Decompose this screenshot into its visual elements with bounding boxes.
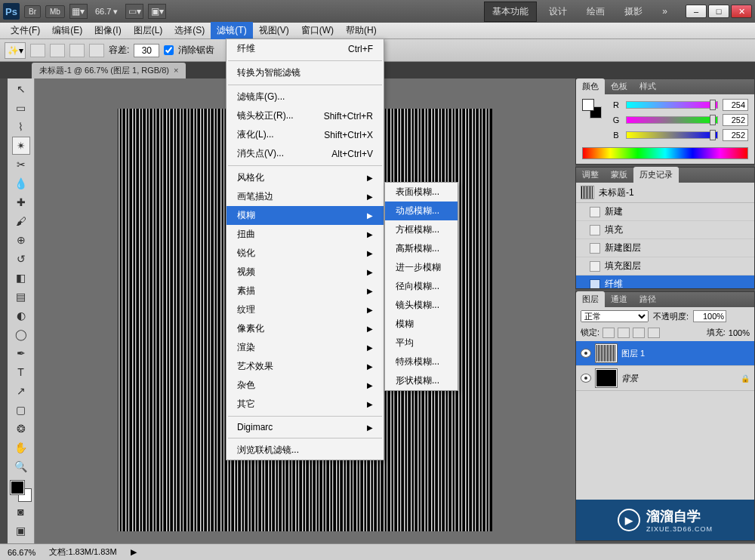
- history-snapshot[interactable]: 未标题-1: [576, 183, 754, 203]
- selection-add-icon[interactable]: [50, 44, 65, 57]
- document-tab-close-icon[interactable]: ×: [174, 66, 178, 75]
- menu-filter[interactable]: 滤镜(T): [211, 22, 252, 39]
- path-tool-icon[interactable]: ↗: [12, 382, 30, 400]
- heal-tool-icon[interactable]: ✚: [12, 193, 30, 211]
- blur-gaussian[interactable]: 高斯模糊...: [385, 239, 458, 258]
- lasso-tool-icon[interactable]: ⌇: [12, 118, 30, 136]
- filter-liquify[interactable]: 液化(L)...Shift+Ctrl+X: [226, 125, 384, 144]
- menu-help[interactable]: 帮助(H): [340, 22, 383, 39]
- b-slider[interactable]: [626, 131, 718, 139]
- workspace-tab-painting[interactable]: 绘画: [579, 2, 612, 21]
- status-doc-info[interactable]: 文档:1.83M/1.83M: [49, 546, 116, 558]
- view-extras-icon[interactable]: ▦▾: [69, 4, 88, 19]
- screen-mode-icon[interactable]: ▣▾: [148, 4, 166, 19]
- stamp-tool-icon[interactable]: ⊕: [12, 231, 30, 249]
- filter-digimarc[interactable]: Digimarc▶: [226, 419, 384, 435]
- blur-lens[interactable]: 镜头模糊...: [385, 296, 458, 315]
- tolerance-input[interactable]: [134, 44, 159, 57]
- pen-tool-icon[interactable]: ✒: [12, 344, 30, 362]
- document-tab[interactable]: 未标题-1 @ 66.7% (图层 1, RGB/8) ×: [32, 63, 186, 78]
- b-input[interactable]: [723, 129, 748, 141]
- layer-thumbnail[interactable]: [596, 369, 617, 387]
- filter-lens-correction[interactable]: 镜头校正(R)...Shift+Ctrl+R: [226, 106, 384, 125]
- menu-view[interactable]: 视图(V): [253, 22, 295, 39]
- blur-shape[interactable]: 形状模糊...: [385, 371, 458, 390]
- g-slider[interactable]: [626, 116, 718, 124]
- blur-tool-icon[interactable]: ◐: [12, 306, 30, 325]
- tab-channels[interactable]: 通道: [605, 291, 633, 307]
- filter-gallery[interactable]: 滤镜库(G)...: [226, 88, 384, 106]
- move-tool-icon[interactable]: ↖: [12, 80, 30, 98]
- history-item[interactable]: 填充: [576, 221, 754, 239]
- opacity-input[interactable]: 100%: [693, 310, 726, 322]
- anti-alias-checkbox[interactable]: [164, 45, 174, 55]
- eraser-tool-icon[interactable]: ◧: [12, 269, 30, 287]
- filter-blur[interactable]: 模糊▶: [226, 206, 384, 225]
- lock-all-icon[interactable]: [648, 328, 660, 338]
- blur-radial[interactable]: 径向模糊...: [385, 277, 458, 296]
- filter-noise[interactable]: 杂色▶: [226, 376, 384, 395]
- history-item[interactable]: 纤维: [576, 275, 754, 288]
- blur-blur[interactable]: 模糊: [385, 315, 458, 334]
- foreground-color-swatch[interactable]: [11, 481, 24, 494]
- workspace-tab-design[interactable]: 设计: [541, 2, 575, 21]
- filter-texture[interactable]: 纹理▶: [226, 300, 384, 319]
- layer-row[interactable]: 图层 1: [576, 341, 754, 366]
- history-item[interactable]: 新建: [576, 203, 754, 221]
- marquee-tool-icon[interactable]: ▭: [12, 99, 30, 117]
- layer-thumbnail[interactable]: [596, 344, 617, 362]
- history-item[interactable]: 填充图层: [576, 257, 754, 275]
- layer-name[interactable]: 背景: [621, 373, 638, 384]
- dodge-tool-icon[interactable]: ◯: [12, 325, 30, 343]
- magic-wand-tool-icon[interactable]: ✨▾: [5, 42, 26, 59]
- filter-sketch[interactable]: 素描▶: [226, 282, 384, 300]
- zoom-display[interactable]: 66.7 ▾: [95, 7, 118, 17]
- filter-stylize[interactable]: 风格化▶: [226, 168, 384, 187]
- eyedropper-tool-icon[interactable]: 💧: [12, 174, 30, 192]
- filter-vanishing-point[interactable]: 消失点(V)...Alt+Ctrl+V: [226, 144, 384, 163]
- window-maximize-button[interactable]: □: [708, 5, 729, 18]
- type-tool-icon[interactable]: T: [12, 363, 30, 381]
- bridge-button[interactable]: Br: [24, 5, 41, 18]
- screenmode-tool-icon[interactable]: ▣: [12, 522, 30, 540]
- r-input[interactable]: [723, 99, 748, 111]
- menu-window[interactable]: 窗口(W): [295, 22, 340, 39]
- workspace-tab-photography[interactable]: 摄影: [617, 2, 650, 21]
- layer-row[interactable]: 背景 🔒: [576, 366, 754, 391]
- filter-render[interactable]: 渲染▶: [226, 338, 384, 357]
- filter-last[interactable]: 纤维 Ctrl+F: [226, 39, 384, 58]
- selection-new-icon[interactable]: [30, 44, 45, 57]
- lock-transparency-icon[interactable]: [602, 328, 615, 338]
- hand-tool-icon[interactable]: ✋: [12, 438, 30, 457]
- fill-input[interactable]: 100%: [729, 328, 750, 337]
- filter-artistic[interactable]: 艺术效果▶: [226, 357, 384, 376]
- g-input[interactable]: [723, 114, 748, 126]
- arrange-docs-icon[interactable]: ▭▾: [125, 4, 143, 19]
- tab-styles[interactable]: 样式: [633, 78, 662, 94]
- status-zoom[interactable]: 66.67%: [8, 548, 35, 557]
- filter-brush-strokes[interactable]: 画笔描边▶: [226, 187, 384, 206]
- history-brush-tool-icon[interactable]: ↺: [12, 250, 30, 268]
- window-minimize-button[interactable]: –: [686, 5, 707, 18]
- tab-layers[interactable]: 图层: [576, 291, 605, 307]
- tab-color[interactable]: 颜色: [576, 78, 605, 94]
- filter-video[interactable]: 视频▶: [226, 263, 384, 282]
- selection-subtract-icon[interactable]: [69, 44, 85, 57]
- r-slider[interactable]: [626, 101, 718, 109]
- window-close-button[interactable]: ✕: [731, 5, 752, 18]
- layer-visibility-icon[interactable]: [581, 374, 591, 383]
- selection-intersect-icon[interactable]: [89, 44, 104, 57]
- 3d-tool-icon[interactable]: ❂: [12, 420, 30, 438]
- blur-box[interactable]: 方框模糊...: [385, 220, 458, 239]
- tab-paths[interactable]: 路径: [633, 291, 662, 307]
- blur-average[interactable]: 平均: [385, 334, 458, 352]
- lock-position-icon[interactable]: [633, 328, 645, 338]
- layer-name[interactable]: 图层 1: [621, 348, 645, 359]
- gradient-tool-icon[interactable]: ▤: [12, 288, 30, 306]
- mini-bridge-button[interactable]: Mb: [45, 5, 65, 18]
- blur-smart[interactable]: 特殊模糊...: [385, 352, 458, 371]
- spectrum-bar[interactable]: [582, 147, 748, 159]
- filter-sharpen[interactable]: 锐化▶: [226, 244, 384, 263]
- filter-other[interactable]: 其它▶: [226, 395, 384, 414]
- filter-browse-online[interactable]: 浏览联机滤镜...: [226, 441, 384, 460]
